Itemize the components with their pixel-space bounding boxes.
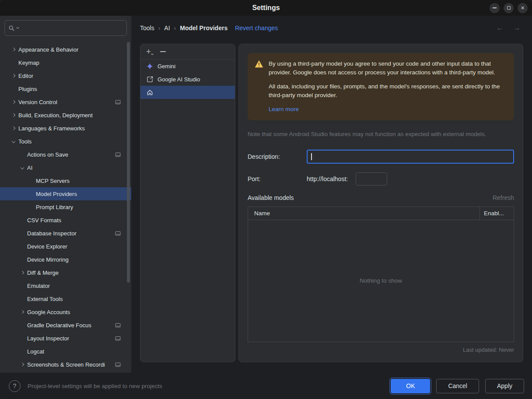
add-dropdown-chevron-icon	[151, 52, 154, 55]
sidebar-item-actions-on-save[interactable]: Actions on Save	[0, 148, 131, 161]
chevron-right-icon[interactable]	[9, 127, 18, 130]
sidebar-item-device-explorer[interactable]: Device Explorer	[0, 240, 131, 253]
close-icon: ✕	[521, 6, 525, 10]
sidebar-item-prompt-library[interactable]: Prompt Library	[0, 200, 131, 214]
sidebar-item-label: Appearance & Behavior	[18, 46, 78, 53]
chevron-right-icon[interactable]	[9, 114, 18, 116]
chevron-right-icon[interactable]	[18, 271, 27, 274]
sidebar-item-gradle-declarative-focus[interactable]: Gradle Declarative Focus	[0, 318, 131, 332]
ide-settings-icon	[115, 231, 121, 236]
chevron-down-icon[interactable]	[18, 166, 27, 169]
revert-changes-link[interactable]: Revert changes	[235, 24, 278, 32]
remove-provider-button[interactable]	[160, 51, 166, 52]
sidebar-item-editor[interactable]: Editor	[0, 69, 131, 82]
settings-tree: Appearance & BehaviorKeymapEditorPlugins…	[0, 40, 131, 373]
sidebar-item-csv-formats[interactable]: CSV Formats	[0, 214, 131, 227]
warning-icon	[255, 60, 263, 114]
chevron-right-icon[interactable]	[9, 101, 18, 103]
refresh-button[interactable]: Refresh	[493, 194, 514, 201]
ide-settings-icon	[115, 323, 121, 328]
sidebar-item-label: Keymap	[18, 60, 39, 66]
chevron-right-icon[interactable]	[18, 311, 27, 313]
sidebar-item-label: Build, Execution, Deployment	[18, 112, 93, 119]
warning-paragraph-1: By using a third-party model you agree t…	[269, 60, 507, 77]
sidebar-item-tools[interactable]: Tools	[0, 135, 131, 148]
ide-settings-icon	[115, 336, 121, 341]
port-row: Port: http://localhost:	[248, 172, 514, 186]
description-input[interactable]	[307, 150, 514, 164]
breadcrumb-item-model-providers: Model Providers	[180, 24, 228, 32]
provider-toolbar: +	[140, 44, 235, 60]
titlebar[interactable]: Settings ✕	[0, 0, 532, 16]
minimize-button[interactable]	[490, 3, 500, 13]
third-party-warning-banner: By using a third-party model you agree t…	[248, 53, 514, 120]
help-icon: ?	[13, 382, 17, 389]
sidebar-item-model-providers[interactable]: Model Providers	[0, 187, 131, 200]
provider-item-gemini[interactable]: Gemini	[140, 60, 235, 73]
chevron-right-icon[interactable]	[9, 48, 18, 51]
chevron-right-icon[interactable]	[9, 74, 18, 77]
sidebar-item-version-control[interactable]: Version Control	[0, 95, 131, 108]
chevron-down-icon[interactable]	[9, 140, 18, 143]
column-header-name[interactable]: Name	[248, 207, 480, 220]
ide-settings-icon	[115, 100, 121, 105]
sidebar-item-label: Version Control	[18, 99, 57, 105]
breadcrumb-item-ai[interactable]: AI	[164, 24, 170, 32]
search-history-chevron-icon	[16, 26, 19, 29]
search-input[interactable]	[20, 24, 123, 32]
description-input-field[interactable]	[312, 153, 510, 161]
chevron-right-icon[interactable]	[18, 363, 27, 366]
sidebar-item-external-tools[interactable]: External Tools	[0, 292, 131, 305]
sidebar-item-screenshots-screen-recordi[interactable]: Screenshots & Screen Recordi	[0, 358, 131, 371]
sidebar-item-emulator[interactable]: Emulator	[0, 279, 131, 292]
sidebar-item-label: Diff & Merge	[27, 270, 59, 276]
sidebar-item-keymap[interactable]: Keymap	[0, 56, 131, 69]
forward-icon[interactable]: →	[513, 24, 521, 32]
empty-state-text: Nothing to show	[360, 277, 402, 284]
help-button[interactable]: ?	[9, 380, 21, 392]
sidebar-item-build-execution-deployment[interactable]: Build, Execution, Deployment	[0, 108, 131, 122]
sidebar-scrollbar[interactable]	[127, 42, 130, 283]
sidebar-item-database-inspector[interactable]: Database Inspector	[0, 227, 131, 240]
learn-more-link[interactable]: Learn more	[269, 106, 299, 112]
close-button[interactable]: ✕	[518, 3, 528, 13]
sidebar-item-device-mirroring[interactable]: Device Mirroring	[0, 253, 131, 266]
models-table-header: Name Enabl...	[248, 207, 514, 220]
provider-list-panel: + GeminiGoogle AI Studio	[140, 44, 235, 362]
sidebar-item-label: Layout Inspector	[27, 335, 69, 342]
sidebar-item-appearance-behavior[interactable]: Appearance & Behavior	[0, 43, 131, 56]
sidebar-item-languages-frameworks[interactable]: Languages & Frameworks	[0, 122, 131, 135]
provider-item-google-ai-studio[interactable]: Google AI Studio	[140, 73, 235, 86]
back-icon[interactable]: ←	[496, 24, 504, 32]
ok-button[interactable]: OK	[391, 379, 430, 393]
ide-settings-icon	[115, 152, 121, 157]
external-models-note: Note that some Android Studio features m…	[248, 131, 514, 137]
sidebar-item-plugins[interactable]: Plugins	[0, 82, 131, 95]
sidebar-item-label: MCP Servers	[36, 178, 70, 184]
sidebar-item-ai[interactable]: AI	[0, 161, 131, 174]
breadcrumb: Tools › AI › Model Providers Revert chan…	[131, 16, 532, 40]
sidebar-item-label: AI	[27, 164, 32, 171]
cancel-button[interactable]: Cancel	[436, 379, 479, 393]
breadcrumb-separator-icon: ›	[174, 24, 176, 32]
maximize-button[interactable]	[504, 3, 514, 13]
sidebar-item-diff-merge[interactable]: Diff & Merge	[0, 266, 131, 279]
breadcrumb-item-tools[interactable]: Tools	[140, 24, 154, 32]
sidebar-item-label: Emulator	[27, 283, 50, 289]
available-models-label: Available models	[248, 194, 294, 201]
settings-search-box[interactable]	[4, 20, 127, 36]
add-provider-button[interactable]: +	[146, 48, 153, 56]
apply-button[interactable]: Apply	[485, 379, 524, 393]
sidebar-item-mcp-servers[interactable]: MCP Servers	[0, 174, 131, 187]
port-input[interactable]	[356, 172, 387, 186]
column-header-enabled[interactable]: Enabl...	[480, 207, 514, 220]
sidebar-item-logcat[interactable]: Logcat	[0, 345, 131, 358]
sidebar-item-label: Languages & Frameworks	[18, 125, 85, 132]
sidebar-item-label: Screenshots & Screen Recordi	[27, 361, 105, 368]
sidebar-item-label: Editor	[18, 73, 33, 79]
sidebar-item-label: Device Explorer	[27, 243, 67, 250]
sidebar-item-google-accounts[interactable]: Google Accounts	[0, 305, 131, 318]
provider-item-new[interactable]	[140, 86, 235, 99]
provider-item-label: Gemini	[158, 63, 175, 70]
sidebar-item-layout-inspector[interactable]: Layout Inspector	[0, 332, 131, 345]
